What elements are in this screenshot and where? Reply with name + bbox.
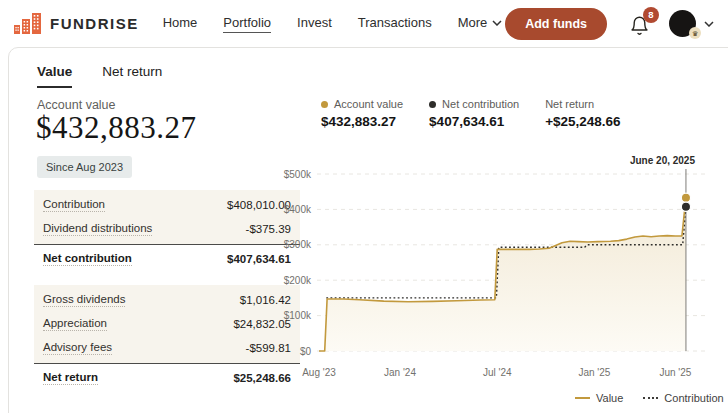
tab-net-return[interactable]: Net return (102, 64, 162, 88)
portfolio-card: Value Net return Account value $432,883.… (8, 47, 728, 413)
legend-label: Value (596, 392, 623, 404)
value-tabs: Value Net return (37, 64, 162, 88)
chart-legend-footer: Value Contribution (575, 392, 724, 404)
add-funds-button[interactable]: Add funds (505, 8, 607, 40)
legend-label: Contribution (664, 392, 723, 404)
stat-net-return: Net return +$25,248.66 (545, 98, 620, 129)
svg-text:$500k: $500k (284, 169, 312, 180)
contribution-line-swatch-icon (643, 397, 658, 399)
table-row: Advisory fees -$599.81 (34, 336, 300, 360)
svg-text:$0: $0 (300, 346, 312, 357)
stat-label: Net contribution (442, 98, 519, 110)
stat-net-contribution: Net contribution $407,634.61 (429, 98, 519, 129)
contribution-group: Contribution $408,010.00 Dividend distri… (34, 190, 300, 244)
stat-account-value: Account value $432,883.27 (321, 98, 403, 129)
membership-crown-icon: ♛ (689, 27, 701, 39)
net-contribution-dot-icon (429, 101, 436, 108)
svg-text:$300k: $300k (284, 239, 312, 250)
row-label-contribution[interactable]: Contribution (43, 198, 105, 212)
svg-text:June 20, 2025: June 20, 2025 (630, 155, 695, 166)
nav-item-more[interactable]: More (458, 15, 503, 32)
account-chevron-down-icon[interactable] (704, 21, 714, 27)
row-label-net-contribution[interactable]: Net contribution (43, 252, 132, 266)
account-menu[interactable]: ♛ (669, 10, 696, 37)
svg-text:$100k: $100k (284, 310, 312, 321)
svg-text:Jan '24: Jan '24 (384, 367, 416, 378)
fundrise-logo[interactable]: FUNDRISE (14, 12, 139, 36)
chart-stats: Account value $432,883.27 Net contributi… (321, 98, 621, 129)
row-label-dividend-distributions[interactable]: Dividend distributions (43, 222, 152, 236)
top-nav-bar: FUNDRISE Home Portfolio Invest Transacti… (0, 0, 728, 47)
table-row: Gross dividends $1,016.42 (34, 288, 300, 312)
breakdown-table: Contribution $408,010.00 Dividend distri… (34, 190, 300, 391)
table-row: Contribution $408,010.00 (34, 193, 300, 217)
stat-value: $407,634.61 (429, 114, 519, 129)
chevron-down-icon (492, 20, 502, 26)
nav-item-portfolio[interactable]: Portfolio (223, 15, 271, 33)
stat-value: +$25,248.66 (545, 114, 620, 129)
svg-text:Jan '25: Jan '25 (578, 367, 610, 378)
row-label-advisory-fees[interactable]: Advisory fees (43, 341, 112, 355)
svg-text:$200k: $200k (284, 275, 312, 286)
net-return-row: Net return $25,248.66 (34, 363, 300, 391)
row-label-net-return[interactable]: Net return (43, 371, 98, 385)
stat-label: Net return (545, 98, 594, 110)
notifications-button[interactable]: 8 (629, 11, 653, 37)
row-label-gross-dividends[interactable]: Gross dividends (43, 293, 125, 307)
account-value-dot-icon (321, 101, 328, 108)
nav-more-label: More (458, 15, 488, 30)
notification-count-badge: 8 (643, 7, 659, 23)
main-nav: Home Portfolio Invest Transactions More (163, 15, 503, 33)
brand-name: FUNDRISE (50, 15, 139, 32)
portfolio-value-chart[interactable]: $0$100k$200k$300k$400k$500kAug '23Jan '2… (271, 154, 711, 386)
net-contribution-row: Net contribution $407,634.61 (34, 244, 300, 272)
legend-item-contribution: Contribution (643, 392, 723, 404)
nav-item-home[interactable]: Home (163, 15, 198, 32)
since-date-badge: Since Aug 2023 (37, 156, 132, 178)
buildings-icon (14, 12, 42, 36)
value-line-swatch-icon (575, 397, 590, 399)
table-row: Dividend distributions -$375.39 (34, 217, 300, 241)
nav-item-transactions[interactable]: Transactions (358, 15, 432, 32)
nav-item-invest[interactable]: Invest (297, 15, 332, 32)
tab-value[interactable]: Value (37, 64, 72, 88)
legend-item-value: Value (575, 392, 623, 404)
svg-text:Jul '24: Jul '24 (483, 367, 512, 378)
returns-group: Gross dividends $1,016.42 Appreciation $… (34, 285, 300, 363)
account-value-amount: $432,883.27 (36, 110, 197, 146)
table-row: Appreciation $24,832.05 (34, 312, 300, 336)
stat-label: Account value (334, 98, 403, 110)
stat-value: $432,883.27 (321, 114, 403, 129)
svg-text:$400k: $400k (284, 204, 312, 215)
svg-text:Jun '25: Jun '25 (659, 367, 691, 378)
row-label-appreciation[interactable]: Appreciation (43, 317, 107, 331)
svg-text:Aug '23: Aug '23 (302, 367, 336, 378)
